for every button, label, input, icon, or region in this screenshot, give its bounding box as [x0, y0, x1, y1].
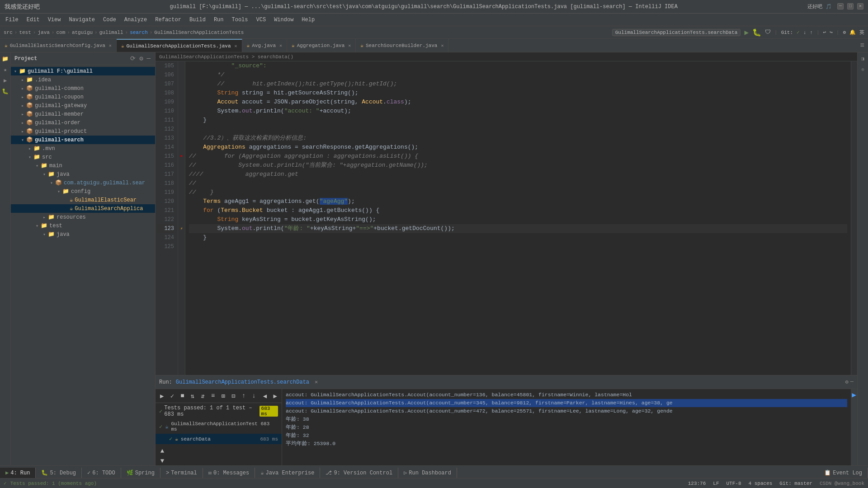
status-encoding[interactable]: UTF-8 [726, 481, 741, 486]
bottom-tab-spring[interactable]: 🌿 Spring [121, 468, 160, 478]
status-position[interactable]: 123:76 [688, 481, 706, 486]
run-settings-icon[interactable]: ⚙ [845, 379, 849, 385]
tab-aggregation[interactable]: ☕ Aggregation.java ✕ [287, 39, 356, 52]
tree-item-mvn[interactable]: ▸ 📁 .mvn [11, 144, 155, 153]
breadcrumb-test[interactable]: test [19, 30, 31, 35]
up-button[interactable]: ↑ [239, 391, 249, 401]
close-button[interactable]: ✕ [857, 3, 863, 9]
tree-item-order[interactable]: ▸ 📦 gulimall-order [11, 118, 155, 127]
tree-item-config[interactable]: ▾ 📁 config [11, 187, 155, 196]
notifications-icon[interactable]: 🔔 [849, 29, 856, 35]
tab-close-2[interactable]: ✕ [235, 43, 237, 49]
bottom-tab-event-log[interactable]: 📋 Event Log [819, 468, 868, 478]
filter-button[interactable]: ≡ [208, 391, 218, 401]
git-push[interactable]: ↑ [810, 30, 813, 35]
redo-button[interactable]: ↪ [830, 29, 833, 35]
breadcrumb-java[interactable]: java [38, 30, 49, 35]
menu-view[interactable]: View [44, 16, 65, 24]
run-next-button[interactable]: ▶ [270, 391, 280, 401]
breadcrumb-src[interactable]: src [4, 30, 13, 35]
sidebar-refresh-icon[interactable]: ⟳ [129, 54, 137, 63]
tab-gulimallElasticSearchConfig[interactable]: ☕ GulimallElasticSearchConfig.java ✕ [0, 39, 117, 52]
tabs-overflow-button[interactable]: ≡ [856, 42, 868, 50]
tree-item-gulimall[interactable]: ▾ 📁 gulimall F:\gulimall [11, 67, 155, 75]
menu-navigate[interactable]: Navigate [65, 16, 99, 24]
tree-item-test[interactable]: ▾ 📁 test [11, 221, 155, 230]
tree-item-coupon[interactable]: ▸ 📦 gulimall-coupon [11, 93, 155, 101]
menu-vcs[interactable]: VCS [253, 16, 270, 24]
project-tool-window-icon[interactable]: 📁 [1, 54, 10, 63]
rerun-failed-button[interactable]: ✓ [168, 391, 177, 401]
bottom-tab-run[interactable]: ▶ 4: Run [0, 468, 36, 478]
run-scroll-down[interactable]: ▼ [157, 456, 167, 465]
sort2-button[interactable]: ⇵ [198, 391, 208, 401]
debug-button[interactable]: 🐛 [752, 28, 761, 37]
tree-item-src[interactable]: ▾ 📁 src [11, 153, 155, 161]
git-update[interactable]: ↓ [803, 30, 807, 35]
menu-run[interactable]: Run [210, 16, 227, 24]
status-indent[interactable]: 4 spaces [749, 481, 773, 486]
rerun-button[interactable]: ▶ [157, 391, 167, 401]
tree-item-elasticsearchconfig[interactable]: ☕ GulimallElasticSear [11, 196, 155, 204]
tree-item-java-test[interactable]: ▾ 📁 java [11, 230, 155, 239]
bottom-tab-java-enterprise[interactable]: ☕ Java Enterprise [255, 468, 320, 478]
run-close-icon[interactable]: ✕ [315, 379, 318, 385]
tree-item-product[interactable]: ▸ 📦 gulimall-product [11, 127, 155, 136]
favorites-icon[interactable]: ★ [1, 65, 10, 74]
run-scroll-up[interactable]: ▲ [157, 446, 167, 456]
run-test-item-class[interactable]: ✓ ☕ GulimallSearchApplicationTest 683 ms [156, 419, 282, 434]
expand-button[interactable]: ⊞ [218, 391, 228, 401]
code-editor[interactable]: "_source": */ // hit.getIndex();hit.getT… [185, 61, 851, 375]
run-button[interactable]: ▶ [744, 28, 749, 37]
tab-avg[interactable]: ☕ Avg.java ✕ [242, 39, 287, 52]
run-action-btn[interactable]: ▶ [849, 390, 857, 400]
tab-gulimallSearchApplicationTests[interactable]: ☕ GulimallSearchApplicationTests.java ✕ [117, 39, 242, 52]
tree-item-main[interactable]: ▾ 📁 main [11, 161, 155, 170]
menu-edit[interactable]: Edit [23, 16, 43, 24]
tab-close-1[interactable]: ✕ [109, 43, 112, 48]
breadcrumb-com[interactable]: com [56, 30, 65, 35]
menu-file[interactable]: File [2, 16, 22, 24]
sidebar-settings-icon[interactable]: ⚙ [138, 54, 144, 63]
run-prev-button[interactable]: ◀ [260, 391, 270, 401]
right-sb-icon2[interactable]: ⊙ [859, 65, 868, 74]
tree-item-gateway[interactable]: ▸ 📦 gulimall-gateway [11, 101, 155, 110]
tab-close-3[interactable]: ✕ [279, 43, 282, 48]
bottom-tab-todo[interactable]: ✓ 6: TODO [82, 468, 121, 478]
coverage-button[interactable]: 🛡 [765, 29, 771, 36]
tree-item-idea[interactable]: ▸ 📁 .idea [11, 75, 155, 84]
git-checkmark[interactable]: ✓ [797, 29, 800, 35]
right-sb-icon1[interactable]: ◨ [859, 54, 868, 63]
menu-help[interactable]: Help [298, 16, 318, 24]
tab-close-5[interactable]: ✕ [441, 43, 443, 48]
tree-item-resources[interactable]: ▸ 📁 resources [11, 213, 155, 221]
minimize-button[interactable]: ─ [837, 3, 844, 9]
tree-item-java-main[interactable]: ▾ 📁 java [11, 170, 155, 178]
menu-tools[interactable]: Tools [228, 16, 252, 24]
breadcrumb-gulimall[interactable]: gulimall [99, 30, 123, 35]
collapse-button[interactable]: ⊟ [229, 391, 238, 401]
tree-item-applicationtests[interactable]: ☕ GulimallSearchApplica [11, 204, 155, 213]
settings-icon[interactable]: ⚙ [843, 29, 846, 35]
run-test-name[interactable]: GulimallSearchApplicationTests.searchDat… [176, 379, 309, 385]
bottom-tab-run-dashboard[interactable]: ▷ Run Dashboard [398, 468, 457, 478]
breadcrumb-atguigu[interactable]: atguigu [72, 30, 93, 35]
down-button[interactable]: ↓ [249, 391, 259, 401]
sidebar-collapse-icon[interactable]: — [146, 54, 151, 63]
run-minimize-icon[interactable]: — [850, 379, 854, 385]
menu-refactor[interactable]: Refactor [151, 16, 185, 24]
tab-searchSourceBuilder[interactable]: ☕ SearchSourceBuilder.java ✕ [356, 39, 448, 52]
tree-item-package[interactable]: ▾ 📦 com.atguigu.gulimall.sear [11, 178, 155, 187]
stop-button[interactable]: ■ [178, 391, 187, 401]
maximize-button[interactable]: □ [847, 3, 854, 9]
run-tool-icon[interactable]: ▶ [1, 76, 10, 85]
run-test-item-method[interactable]: ✓ ☕ searchData 683 ms [156, 434, 282, 444]
breadcrumb-class[interactable]: GulimallSearchApplicationTests [154, 30, 244, 35]
debug-tool-icon[interactable]: 🐛 [1, 87, 10, 96]
bottom-tab-debug[interactable]: 🐛 5: Debug [36, 468, 82, 478]
bottom-tab-messages[interactable]: ✉ 0: Messages [203, 468, 255, 478]
bottom-tab-version-control[interactable]: ⎇ 9: Version Control [320, 468, 398, 478]
menu-code[interactable]: Code [99, 16, 120, 24]
sort-button[interactable]: ⇅ [188, 391, 198, 401]
undo-button[interactable]: ↩ [823, 29, 826, 35]
